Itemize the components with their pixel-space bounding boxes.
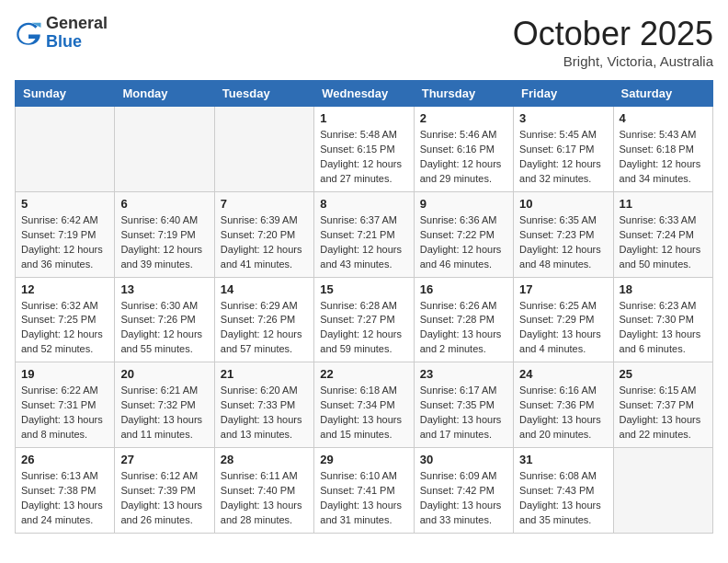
day-number: 3 [519, 111, 607, 125]
day-info: Sunrise: 6:28 AMSunset: 7:27 PMDaylight:… [320, 299, 407, 358]
day-info: Sunrise: 6:12 AMSunset: 7:39 PMDaylight:… [120, 469, 208, 528]
day-info: Sunrise: 5:43 AMSunset: 6:18 PMDaylight:… [620, 128, 707, 187]
day-number: 1 [320, 111, 407, 125]
day-cell [115, 107, 214, 192]
day-number: 11 [620, 197, 707, 211]
day-cell: 18Sunrise: 6:23 AMSunset: 7:30 PMDayligh… [613, 277, 712, 362]
weekday-sunday: Sunday [16, 81, 115, 107]
day-number: 16 [420, 282, 507, 296]
week-row-5: 26Sunrise: 6:13 AMSunset: 7:38 PMDayligh… [16, 448, 713, 534]
day-info: Sunrise: 5:45 AMSunset: 6:17 PMDaylight:… [519, 128, 607, 187]
day-cell: 4Sunrise: 5:43 AMSunset: 6:18 PMDaylight… [613, 107, 712, 192]
location: Bright, Victoria, Australia [513, 53, 713, 69]
day-number: 10 [519, 197, 607, 211]
day-number: 8 [320, 197, 407, 211]
day-cell: 26Sunrise: 6:13 AMSunset: 7:38 PMDayligh… [16, 448, 115, 534]
day-cell: 23Sunrise: 6:17 AMSunset: 7:35 PMDayligh… [414, 362, 513, 448]
logo-text: General Blue [46, 15, 108, 52]
month-title: October 2025 [513, 15, 713, 53]
day-number: 27 [120, 453, 208, 466]
day-cell: 31Sunrise: 6:08 AMSunset: 7:43 PMDayligh… [514, 448, 613, 534]
week-row-2: 5Sunrise: 6:42 AMSunset: 7:19 PMDaylight… [16, 191, 713, 277]
day-number: 29 [320, 453, 407, 466]
day-info: Sunrise: 6:35 AMSunset: 7:23 PMDaylight:… [519, 213, 607, 272]
day-info: Sunrise: 6:11 AMSunset: 7:40 PMDaylight:… [221, 469, 308, 528]
day-info: Sunrise: 5:46 AMSunset: 6:16 PMDaylight:… [420, 128, 507, 187]
day-info: Sunrise: 6:08 AMSunset: 7:43 PMDaylight:… [519, 469, 607, 528]
weekday-wednesday: Wednesday [314, 81, 414, 107]
day-number: 25 [620, 367, 707, 381]
week-row-1: 1Sunrise: 5:48 AMSunset: 6:15 PMDaylight… [16, 107, 713, 192]
day-info: Sunrise: 6:15 AMSunset: 7:37 PMDaylight:… [620, 384, 707, 442]
weekday-saturday: Saturday [613, 81, 712, 107]
day-cell: 29Sunrise: 6:10 AMSunset: 7:41 PMDayligh… [314, 448, 414, 534]
day-cell: 6Sunrise: 6:40 AMSunset: 7:19 PMDaylight… [115, 191, 214, 277]
day-number: 20 [120, 367, 208, 381]
day-cell: 12Sunrise: 6:32 AMSunset: 7:25 PMDayligh… [16, 277, 115, 362]
day-number: 9 [420, 197, 507, 211]
day-number: 26 [21, 453, 108, 466]
weekday-monday: Monday [115, 81, 214, 107]
day-number: 2 [420, 111, 507, 125]
day-number: 15 [320, 282, 407, 296]
day-cell: 22Sunrise: 6:18 AMSunset: 7:34 PMDayligh… [314, 362, 414, 448]
day-number: 17 [519, 282, 607, 296]
day-number: 24 [519, 367, 607, 381]
day-cell: 2Sunrise: 5:46 AMSunset: 6:16 PMDaylight… [414, 107, 513, 192]
day-info: Sunrise: 6:29 AMSunset: 7:26 PMDaylight:… [221, 299, 308, 358]
day-cell: 11Sunrise: 6:33 AMSunset: 7:24 PMDayligh… [613, 191, 712, 277]
day-info: Sunrise: 6:22 AMSunset: 7:31 PMDaylight:… [21, 384, 108, 442]
day-info: Sunrise: 6:21 AMSunset: 7:32 PMDaylight:… [120, 384, 208, 442]
day-info: Sunrise: 6:37 AMSunset: 7:21 PMDaylight:… [320, 213, 407, 272]
day-info: Sunrise: 6:18 AMSunset: 7:34 PMDaylight:… [320, 384, 407, 442]
day-cell: 21Sunrise: 6:20 AMSunset: 7:33 PMDayligh… [214, 362, 313, 448]
day-cell [214, 107, 313, 192]
day-cell: 3Sunrise: 5:45 AMSunset: 6:17 PMDaylight… [514, 107, 613, 192]
page-header: General Blue October 2025 Bright, Victor… [15, 15, 713, 69]
day-info: Sunrise: 6:42 AMSunset: 7:19 PMDaylight:… [21, 213, 108, 272]
day-info: Sunrise: 6:40 AMSunset: 7:19 PMDaylight:… [120, 213, 208, 272]
day-number: 21 [221, 367, 308, 381]
day-cell: 15Sunrise: 6:28 AMSunset: 7:27 PMDayligh… [314, 277, 414, 362]
day-cell: 7Sunrise: 6:39 AMSunset: 7:20 PMDaylight… [214, 191, 313, 277]
day-number: 31 [519, 453, 607, 466]
title-block: October 2025 Bright, Victoria, Australia [513, 15, 713, 69]
day-cell: 30Sunrise: 6:09 AMSunset: 7:42 PMDayligh… [414, 448, 513, 534]
day-info: Sunrise: 6:32 AMSunset: 7:25 PMDaylight:… [21, 299, 108, 358]
weekday-tuesday: Tuesday [214, 81, 313, 107]
day-info: Sunrise: 6:17 AMSunset: 7:35 PMDaylight:… [420, 384, 507, 442]
day-info: Sunrise: 6:13 AMSunset: 7:38 PMDaylight:… [21, 469, 108, 528]
day-info: Sunrise: 6:30 AMSunset: 7:26 PMDaylight:… [120, 299, 208, 358]
logo: General Blue [15, 15, 108, 52]
weekday-thursday: Thursday [414, 81, 513, 107]
day-number: 14 [221, 282, 308, 296]
logo-icon [15, 19, 42, 47]
day-info: Sunrise: 6:10 AMSunset: 7:41 PMDaylight:… [320, 469, 407, 528]
day-info: Sunrise: 6:36 AMSunset: 7:22 PMDaylight:… [420, 213, 507, 272]
day-cell: 1Sunrise: 5:48 AMSunset: 6:15 PMDaylight… [314, 107, 414, 192]
day-info: Sunrise: 6:23 AMSunset: 7:30 PMDaylight:… [620, 299, 707, 358]
day-number: 6 [120, 197, 208, 211]
day-number: 12 [21, 282, 108, 296]
day-cell: 9Sunrise: 6:36 AMSunset: 7:22 PMDaylight… [414, 191, 513, 277]
day-number: 19 [21, 367, 108, 381]
calendar-body: 1Sunrise: 5:48 AMSunset: 6:15 PMDaylight… [16, 107, 713, 534]
day-cell: 25Sunrise: 6:15 AMSunset: 7:37 PMDayligh… [613, 362, 712, 448]
day-info: Sunrise: 6:39 AMSunset: 7:20 PMDaylight:… [221, 213, 308, 272]
day-number: 7 [221, 197, 308, 211]
day-number: 13 [120, 282, 208, 296]
day-cell: 28Sunrise: 6:11 AMSunset: 7:40 PMDayligh… [214, 448, 313, 534]
day-cell: 27Sunrise: 6:12 AMSunset: 7:39 PMDayligh… [115, 448, 214, 534]
day-number: 23 [420, 367, 507, 381]
calendar: SundayMondayTuesdayWednesdayThursdayFrid… [15, 80, 713, 534]
weekday-header: SundayMondayTuesdayWednesdayThursdayFrid… [16, 81, 713, 107]
day-cell: 13Sunrise: 6:30 AMSunset: 7:26 PMDayligh… [115, 277, 214, 362]
day-number: 4 [620, 111, 707, 125]
day-cell: 16Sunrise: 6:26 AMSunset: 7:28 PMDayligh… [414, 277, 513, 362]
day-number: 5 [21, 197, 108, 211]
day-cell [16, 107, 115, 192]
day-cell: 24Sunrise: 6:16 AMSunset: 7:36 PMDayligh… [514, 362, 613, 448]
day-cell: 8Sunrise: 6:37 AMSunset: 7:21 PMDaylight… [314, 191, 414, 277]
day-cell: 20Sunrise: 6:21 AMSunset: 7:32 PMDayligh… [115, 362, 214, 448]
day-number: 28 [221, 453, 308, 466]
